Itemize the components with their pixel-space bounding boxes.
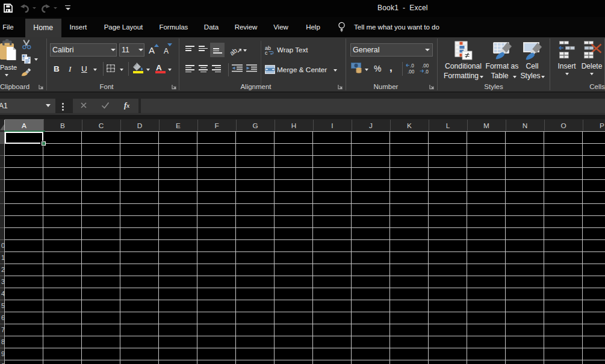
svg-text:.0: .0 (424, 69, 429, 75)
svg-text:.00: .00 (408, 69, 415, 75)
svg-text:.0: .0 (410, 63, 414, 69)
svg-text:ab: ab (230, 46, 238, 56)
svg-text:.00: .00 (422, 63, 429, 69)
svg-text:c: c (265, 50, 268, 55)
